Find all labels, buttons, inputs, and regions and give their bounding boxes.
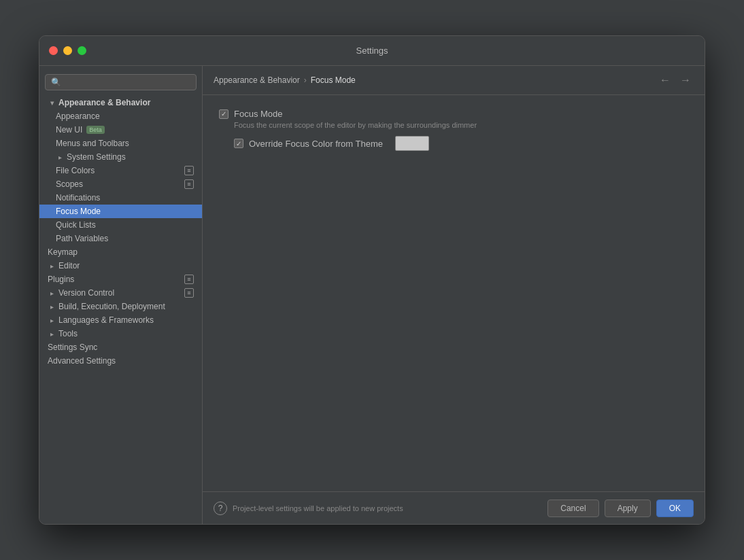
sidebar-item-label: Notifications: [56, 193, 100, 203]
chevron-icon: [48, 262, 56, 270]
search-box[interactable]: 🔍: [45, 74, 197, 90]
chevron-icon: [56, 153, 64, 161]
chevron-icon: [48, 302, 56, 311]
titlebar: Settings: [39, 36, 705, 66]
sidebar-item-label: File Colors: [56, 166, 95, 175]
sidebar-item-tools[interactable]: Tools: [39, 327, 202, 340]
sidebar-item-label: Keymap: [48, 247, 78, 257]
window-title: Settings: [356, 46, 388, 56]
sidebar-item-scopes[interactable]: Scopes: [39, 177, 202, 191]
nav-back-button[interactable]: ←: [657, 73, 673, 88]
help-button[interactable]: ?: [214, 502, 227, 515]
search-input[interactable]: [65, 77, 190, 87]
breadcrumb-focus-mode[interactable]: Focus Mode: [311, 75, 356, 85]
breadcrumb-nav: ← →: [657, 73, 694, 88]
focus-mode-checkbox-container[interactable]: Focus Mode: [219, 109, 688, 119]
close-button[interactable]: [49, 46, 58, 55]
sidebar-item-advanced-settings[interactable]: Advanced Settings: [39, 354, 202, 368]
sidebar-item-label: Path Variables: [56, 234, 108, 243]
sidebar-item-label: System Settings: [67, 152, 126, 162]
override-focus-color-row: Override Focus Color from Theme: [234, 136, 688, 151]
focus-mode-sublabel: Focus the current scope of the editor by…: [234, 121, 688, 129]
sidebar-item-label: Languages & Frameworks: [58, 315, 154, 325]
main-panel: Appearance & Behavior › Focus Mode ← → F…: [203, 66, 705, 524]
sidebar-item-label: Focus Mode: [56, 207, 101, 216]
nav-forward-button[interactable]: →: [677, 73, 694, 88]
maximize-button[interactable]: [78, 46, 86, 55]
sidebar-item-new-ui[interactable]: New UI Beta: [39, 123, 202, 137]
chevron-icon: [48, 330, 56, 338]
sidebar-item-appearance[interactable]: Appearance: [39, 109, 202, 123]
sidebar-item-keymap[interactable]: Keymap: [39, 245, 202, 259]
sidebar-item-quick-lists[interactable]: Quick Lists: [39, 218, 202, 232]
sidebar-item-label: Version Control: [58, 288, 114, 298]
chevron-icon: [48, 289, 56, 297]
beta-badge: Beta: [86, 126, 105, 134]
sidebar-item-label: New UI: [56, 125, 82, 135]
chevron-icon: [48, 316, 56, 324]
sidebar-item-label: Advanced Settings: [48, 356, 116, 366]
sidebar-item-plugins[interactable]: Plugins: [39, 273, 202, 286]
breadcrumb-appearance-behavior[interactable]: Appearance & Behavior: [214, 75, 300, 85]
focus-mode-group: Focus Mode Focus the current scope of th…: [219, 109, 688, 129]
sidebar-item-focus-mode[interactable]: Focus Mode: [39, 205, 202, 218]
sidebar-item-label: Scopes: [56, 179, 83, 189]
settings-window: Settings 🔍 Appearance & Behavior Appeara…: [39, 35, 705, 525]
focus-mode-checkbox[interactable]: [219, 109, 229, 119]
sidebar-item-label: Editor: [58, 261, 80, 270]
sidebar-item-editor[interactable]: Editor: [39, 259, 202, 273]
apply-button[interactable]: Apply: [605, 500, 651, 517]
sidebar-item-path-variables[interactable]: Path Variables: [39, 232, 202, 245]
sidebar-item-label: Menus and Toolbars: [56, 139, 129, 148]
minimize-button[interactable]: [63, 46, 72, 55]
sidebar-item-notifications[interactable]: Notifications: [39, 191, 202, 205]
ok-button[interactable]: OK: [656, 500, 694, 517]
sidebar-item-menus-toolbars[interactable]: Menus and Toolbars: [39, 137, 202, 150]
sidebar-item-label: Quick Lists: [56, 220, 96, 230]
settings-badge-icon: [184, 275, 194, 284]
sidebar-item-version-control[interactable]: Version Control: [39, 286, 202, 300]
sidebar-item-label: Build, Execution, Deployment: [58, 302, 165, 311]
settings-badge-icon: [184, 166, 194, 175]
sidebar-item-label: Tools: [58, 329, 78, 338]
search-icon: 🔍: [51, 77, 61, 87]
sidebar-item-label: Appearance: [56, 111, 100, 121]
override-color-label: Override Focus Color from Theme: [249, 139, 383, 149]
sidebar-item-label: Plugins: [48, 275, 74, 284]
settings-badge-icon: [184, 288, 194, 298]
sidebar-item-languages-frameworks[interactable]: Languages & Frameworks: [39, 313, 202, 327]
sidebar-item-build-execution[interactable]: Build, Execution, Deployment: [39, 300, 202, 313]
sidebar-item-label: Appearance & Behavior: [58, 98, 150, 107]
focus-mode-label: Focus Mode: [234, 109, 283, 119]
breadcrumb: Appearance & Behavior › Focus Mode ← →: [203, 66, 705, 95]
override-color-checkbox[interactable]: [234, 139, 243, 148]
color-swatch[interactable]: [395, 136, 429, 151]
sidebar-item-label: Settings Sync: [48, 343, 97, 352]
sidebar-item-file-colors[interactable]: File Colors: [39, 164, 202, 177]
content-area: 🔍 Appearance & Behavior Appearance New U…: [39, 66, 705, 524]
bottom-bar: ? Project-level settings will be applied…: [203, 491, 705, 524]
sidebar-item-system-settings[interactable]: System Settings: [39, 150, 202, 164]
settings-badge-icon: [184, 179, 194, 189]
sidebar-item-settings-sync[interactable]: Settings Sync: [39, 340, 202, 354]
chevron-icon: [48, 99, 56, 107]
sidebar-item-appearance-behavior[interactable]: Appearance & Behavior: [39, 96, 202, 109]
bottom-hint: Project-level settings will be applied t…: [233, 504, 542, 512]
breadcrumb-separator: ›: [304, 75, 307, 85]
cancel-button[interactable]: Cancel: [547, 500, 598, 517]
sidebar: 🔍 Appearance & Behavior Appearance New U…: [39, 66, 203, 524]
override-color-checkbox-container[interactable]: Override Focus Color from Theme: [234, 136, 429, 151]
panel-content: Focus Mode Focus the current scope of th…: [203, 95, 705, 491]
